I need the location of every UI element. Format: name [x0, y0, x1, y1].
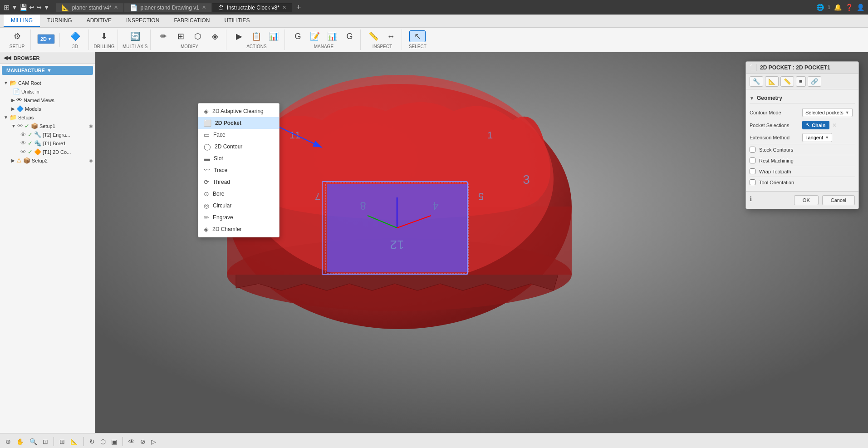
- tab-inspection[interactable]: INSPECTION: [119, 15, 167, 27]
- menu-2d-contour[interactable]: ◯ 2D Contour: [198, 141, 279, 153]
- chain-badge[interactable]: ↖ Chain: [802, 121, 829, 129]
- dialog-tool-heights[interactable]: 📏: [780, 76, 794, 87]
- display-icon[interactable]: ⬡: [98, 437, 108, 447]
- wrap-toolpath-checkbox[interactable]: [750, 168, 755, 174]
- inspect-btn1[interactable]: 📏: [365, 30, 382, 42]
- notification-icon[interactable]: 🔔: [834, 4, 842, 11]
- menu-bore[interactable]: ⊙ Bore: [198, 188, 279, 200]
- menu-2d-adaptive[interactable]: ◈ 2D Adaptive Clearing: [198, 105, 279, 117]
- rotate-icon[interactable]: ↻: [88, 437, 97, 447]
- manage-btn3[interactable]: 📊: [324, 30, 340, 42]
- info-icon[interactable]: ℹ: [750, 195, 752, 205]
- tree-t1-2dco[interactable]: 👁 ✓ 🔶 [T1] 2D Co...: [0, 148, 95, 156]
- help-icon[interactable]: ❓: [845, 4, 853, 11]
- nav-icon[interactable]: ⊕: [4, 437, 13, 447]
- tree-units[interactable]: 📄 Units: in: [0, 87, 95, 96]
- tree-cam-root[interactable]: ▼ 📂 CAM Root: [0, 79, 95, 87]
- tab-clock-close[interactable]: ✕: [282, 5, 286, 10]
- menu-2d-chamfer[interactable]: ◈ 2D Chamfer: [198, 223, 279, 235]
- actions-btn1[interactable]: ▶: [231, 30, 247, 42]
- more-icon[interactable]: ▼: [44, 4, 50, 11]
- 3d-btn[interactable]: 🔷: [67, 30, 83, 42]
- modify-btn4[interactable]: ◈: [207, 30, 223, 42]
- tree-t2-engrave[interactable]: 👁 ✓ 🔧 [T2] Engra...: [0, 130, 95, 139]
- visibility-icon[interactable]: 👁: [127, 437, 137, 447]
- dialog-tool-geometry[interactable]: 📐: [765, 76, 779, 87]
- pan-icon[interactable]: ✋: [15, 437, 26, 447]
- tab-fabrication[interactable]: FABRICATION: [167, 15, 217, 27]
- geometry-section-header[interactable]: ▼ Geometry: [750, 93, 855, 103]
- menu-face[interactable]: ▭ Face: [198, 129, 279, 141]
- chain-close-btn[interactable]: ✕: [832, 122, 837, 128]
- tree-caret-setups[interactable]: ▼: [4, 115, 8, 120]
- inspect-btn2[interactable]: ↔: [383, 30, 399, 42]
- tree-named-views[interactable]: ▶ 👁 Named Views: [0, 96, 95, 104]
- section-icon[interactable]: ⊘: [138, 437, 147, 447]
- tree-caret-setup2[interactable]: ▶: [11, 158, 15, 163]
- select-btn[interactable]: ↖: [409, 30, 426, 42]
- zoom-extents-icon[interactable]: ⊡: [41, 437, 50, 447]
- tool-orientation-checkbox[interactable]: [750, 179, 755, 185]
- tree-setups[interactable]: ▼ 📁 Setups: [0, 113, 95, 122]
- rest-machining-checkbox[interactable]: [750, 158, 755, 163]
- app-grid-icon[interactable]: ⊞: [4, 3, 10, 12]
- multiaxis-btn[interactable]: 🔄: [127, 30, 143, 42]
- menu-trace[interactable]: 〰 Trace: [198, 164, 279, 176]
- tab-drawing[interactable]: 📄 planer stand Drawing v1 ✕: [124, 3, 211, 12]
- menu-thread[interactable]: ⟳ Thread: [198, 176, 279, 188]
- measure-icon[interactable]: 📐: [69, 437, 80, 447]
- modify-btn2[interactable]: ⊞: [172, 30, 189, 42]
- notification-badge[interactable]: 1: [828, 5, 830, 10]
- save-icon[interactable]: 💾: [20, 4, 27, 11]
- ok-btn[interactable]: OK: [794, 195, 819, 205]
- drilling-btn[interactable]: ⬇: [96, 30, 113, 42]
- tree-t1-bore1[interactable]: 👁 ✓ 🔩 [T1] Bore1: [0, 139, 95, 148]
- tab-turning[interactable]: TURNING: [40, 15, 79, 27]
- stock-contours-checkbox[interactable]: [750, 147, 755, 153]
- manage-btn2[interactable]: 📝: [307, 30, 323, 42]
- dialog-tool-passes[interactable]: ≡: [796, 76, 806, 87]
- contour-mode-select[interactable]: Selected pockets ▼: [802, 108, 853, 117]
- cancel-btn[interactable]: Cancel: [822, 195, 855, 205]
- tree-caret-setup1[interactable]: ▼: [11, 123, 16, 128]
- actions-btn2[interactable]: 📋: [248, 30, 265, 42]
- menu-engrave[interactable]: ✏ Engrave: [198, 212, 279, 223]
- zoom-icon[interactable]: 🔍: [28, 437, 39, 447]
- setup-btn[interactable]: ⚙: [9, 30, 25, 42]
- grid-icon[interactable]: ⊞: [58, 437, 67, 447]
- modify-btn3[interactable]: ⬡: [190, 30, 206, 42]
- more-tools-icon[interactable]: ▷: [149, 437, 158, 447]
- app-menu-icon[interactable]: ▼: [11, 4, 18, 11]
- online-icon[interactable]: 🌐: [816, 4, 824, 11]
- user-avatar[interactable]: 👤: [857, 4, 864, 11]
- tab-close[interactable]: ✕: [114, 5, 118, 10]
- tab-additive[interactable]: ADDITIVE: [79, 15, 119, 27]
- tab-milling[interactable]: MILLING: [4, 15, 40, 27]
- new-tab-btn[interactable]: +: [293, 3, 305, 12]
- manage-btn1[interactable]: G: [289, 30, 306, 42]
- modify-btn[interactable]: ✏: [155, 30, 172, 42]
- menu-2d-pocket[interactable]: ⬜ 2D Pocket: [198, 117, 279, 129]
- tab-clock[interactable]: ⏱ Instructable Clock v8* ✕: [212, 3, 292, 12]
- manage-btn4[interactable]: G: [341, 30, 358, 42]
- dialog-tool-linking[interactable]: 🔗: [808, 76, 821, 87]
- tree-caret-root[interactable]: ▼: [4, 80, 8, 85]
- tree-setup2[interactable]: ▶ ⚠ 📦 Setup2 ◉: [0, 156, 95, 165]
- viewport[interactable]: 12 3 6 9 1 11 7 5 8 4 BOTTOM FRONT X: [95, 52, 868, 433]
- dialog-tool-tool[interactable]: 🔧: [750, 76, 763, 87]
- extension-method-select[interactable]: Tangent ▼: [802, 133, 832, 142]
- redo-icon[interactable]: ↪: [36, 4, 42, 11]
- tree-models[interactable]: ▶ 🔷 Models: [0, 104, 95, 113]
- undo-icon[interactable]: ↩: [29, 4, 34, 11]
- display2-icon[interactable]: ▣: [109, 437, 119, 447]
- collapse-icon[interactable]: ◀◀: [4, 55, 11, 61]
- actions-btn3[interactable]: 📊: [265, 30, 282, 42]
- menu-slot[interactable]: ▬ Slot: [198, 153, 279, 164]
- tree-caret-views[interactable]: ▶: [11, 98, 15, 103]
- tab-utilities[interactable]: UTILITIES: [217, 15, 257, 27]
- menu-circular[interactable]: ◎ Circular: [198, 200, 279, 212]
- tree-caret-models[interactable]: ▶: [11, 106, 15, 111]
- tab-drawing-close[interactable]: ✕: [202, 5, 206, 10]
- tab-planer-stand[interactable]: 📐 planer stand v4* ✕: [56, 3, 124, 12]
- 2d-dropdown-btn[interactable]: 2D ▼: [37, 34, 55, 44]
